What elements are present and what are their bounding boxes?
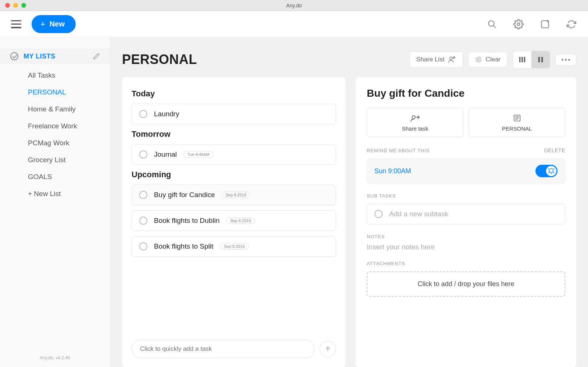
minimize-window-icon[interactable] bbox=[13, 3, 18, 8]
section-title: Tomorrow bbox=[132, 129, 336, 139]
clear-icon bbox=[475, 56, 482, 63]
sidebar-header-label: MY LISTS bbox=[24, 53, 88, 60]
share-list-button[interactable]: Share List bbox=[409, 51, 463, 68]
task-check-icon[interactable] bbox=[139, 242, 147, 250]
sidebar-item[interactable]: GOALS bbox=[0, 168, 110, 185]
task-check-icon[interactable] bbox=[139, 191, 147, 199]
new-button[interactable]: + New bbox=[32, 15, 76, 33]
sidebar-item[interactable]: + New List bbox=[0, 185, 110, 202]
svg-rect-14 bbox=[519, 57, 521, 63]
titlebar: Any.do bbox=[0, 0, 588, 11]
reminder-toggle[interactable] bbox=[535, 165, 557, 177]
list-title: PERSONAL bbox=[122, 52, 197, 67]
svg-point-4 bbox=[547, 20, 549, 22]
clear-label: Clear bbox=[485, 56, 501, 63]
svg-point-6 bbox=[453, 57, 455, 58]
maximize-window-icon[interactable] bbox=[21, 3, 26, 8]
view-two-columns[interactable] bbox=[531, 51, 550, 68]
close-window-icon[interactable] bbox=[5, 3, 10, 8]
task-row[interactable]: Book flights to DublinSep 8.2019 bbox=[132, 210, 336, 231]
app-version: Any.do, v4.2.40 bbox=[0, 355, 110, 360]
sidebar-item[interactable]: All Tasks bbox=[0, 67, 110, 84]
svg-rect-17 bbox=[538, 57, 540, 63]
new-button-label: New bbox=[50, 20, 65, 28]
attachments-label: ATTACHMENTS bbox=[367, 261, 405, 266]
task-label: Laundry bbox=[154, 110, 179, 118]
task-panel: TodayLaundryTomorrowJournalTue 8:45AMUpc… bbox=[122, 77, 345, 367]
share-list-label: Share List bbox=[416, 56, 445, 63]
check-circle-icon bbox=[10, 52, 18, 60]
svg-rect-16 bbox=[524, 57, 526, 63]
sidebar-header[interactable]: MY LISTS bbox=[0, 49, 110, 64]
add-subtask-row[interactable]: Add a new subtask bbox=[367, 204, 565, 224]
search-icon[interactable] bbox=[487, 19, 498, 30]
sidebar-item[interactable]: PCMag Work bbox=[0, 135, 110, 152]
svg-point-20 bbox=[412, 116, 415, 119]
gear-icon[interactable] bbox=[513, 19, 524, 30]
reminder-time: Sun 9:00AM bbox=[374, 167, 411, 175]
svg-point-5 bbox=[450, 57, 452, 60]
svg-rect-18 bbox=[541, 57, 543, 63]
reminder-row[interactable]: Sun 9:00AM bbox=[367, 158, 565, 184]
bell-icon bbox=[546, 166, 556, 176]
move-list-label: PERSONAL bbox=[502, 125, 532, 132]
subtask-placeholder: Add a new subtask bbox=[389, 210, 448, 218]
svg-rect-15 bbox=[521, 57, 523, 63]
sidebar: MY LISTS All TasksPERSONALHome & FamilyF… bbox=[0, 38, 110, 367]
share-icon bbox=[410, 114, 420, 122]
sync-icon[interactable] bbox=[566, 19, 577, 30]
section-title: Today bbox=[132, 89, 336, 99]
task-check-icon[interactable] bbox=[139, 110, 147, 118]
content-header: PERSONAL Share List Clear bbox=[122, 51, 576, 68]
window-title: Any.do bbox=[286, 3, 302, 8]
menu-icon[interactable] bbox=[11, 20, 21, 28]
plus-icon: + bbox=[40, 20, 45, 28]
focus-icon[interactable] bbox=[539, 19, 551, 30]
svg-point-2 bbox=[517, 23, 520, 25]
sidebar-item[interactable]: Freelance Work bbox=[0, 118, 110, 135]
share-task-label: Share task bbox=[402, 125, 429, 132]
notes-input[interactable]: Insert your notes here bbox=[367, 243, 565, 251]
task-check-icon[interactable] bbox=[139, 150, 147, 158]
move-list-button[interactable]: PERSONAL bbox=[469, 108, 565, 137]
delete-button[interactable]: DELETE bbox=[544, 147, 565, 153]
subtasks-label: SUB TASKS bbox=[367, 193, 396, 199]
svg-point-0 bbox=[488, 21, 494, 26]
sidebar-item[interactable]: PERSONAL bbox=[0, 84, 110, 101]
task-badge: Sep 8.2019 bbox=[220, 243, 249, 250]
app-toolbar: + New bbox=[0, 11, 588, 38]
view-three-columns[interactable] bbox=[513, 51, 531, 68]
task-row[interactable]: JournalTue 8:45AM bbox=[132, 144, 336, 165]
task-badge: Sep 8.2019 bbox=[222, 192, 250, 198]
more-button[interactable] bbox=[555, 54, 576, 65]
clear-button[interactable]: Clear bbox=[468, 52, 508, 67]
task-label: Book flights to Split bbox=[154, 242, 214, 250]
task-row[interactable]: Laundry bbox=[132, 104, 336, 124]
quick-add-input[interactable] bbox=[132, 340, 315, 358]
subtask-check-icon bbox=[374, 210, 383, 218]
task-label: Book flights to Dublin bbox=[154, 217, 220, 225]
pencil-icon[interactable] bbox=[93, 53, 100, 60]
section-title: Upcoming bbox=[132, 170, 336, 179]
people-icon bbox=[448, 56, 456, 64]
task-row[interactable]: Book flights to SplitSep 8.2019 bbox=[132, 236, 336, 257]
attachments-drop[interactable]: Click to add / drop your files here bbox=[367, 271, 565, 297]
remind-label: REMIND ME ABOUT THIS bbox=[367, 148, 430, 153]
send-icon[interactable] bbox=[320, 341, 336, 357]
detail-title: Buy gift for Candice bbox=[367, 88, 565, 99]
task-row[interactable]: Buy gift for CandiceSep 8.2019 bbox=[132, 185, 336, 205]
detail-panel: Buy gift for Candice Share task PERSONAL bbox=[356, 77, 576, 367]
notes-label: NOTES bbox=[367, 234, 385, 239]
task-badge: Tue 8:45AM bbox=[183, 151, 214, 158]
traffic-lights bbox=[0, 3, 26, 8]
view-toggle bbox=[513, 51, 550, 68]
task-badge: Sep 8.2019 bbox=[226, 217, 255, 224]
svg-line-1 bbox=[494, 25, 496, 28]
sidebar-item[interactable]: Grocery List bbox=[0, 152, 110, 168]
share-task-button[interactable]: Share task bbox=[367, 108, 463, 137]
task-check-icon[interactable] bbox=[139, 217, 147, 225]
task-label: Journal bbox=[154, 150, 177, 158]
list-icon bbox=[513, 114, 521, 122]
sidebar-item[interactable]: Home & Family bbox=[0, 101, 110, 118]
task-label: Buy gift for Candice bbox=[154, 191, 215, 199]
